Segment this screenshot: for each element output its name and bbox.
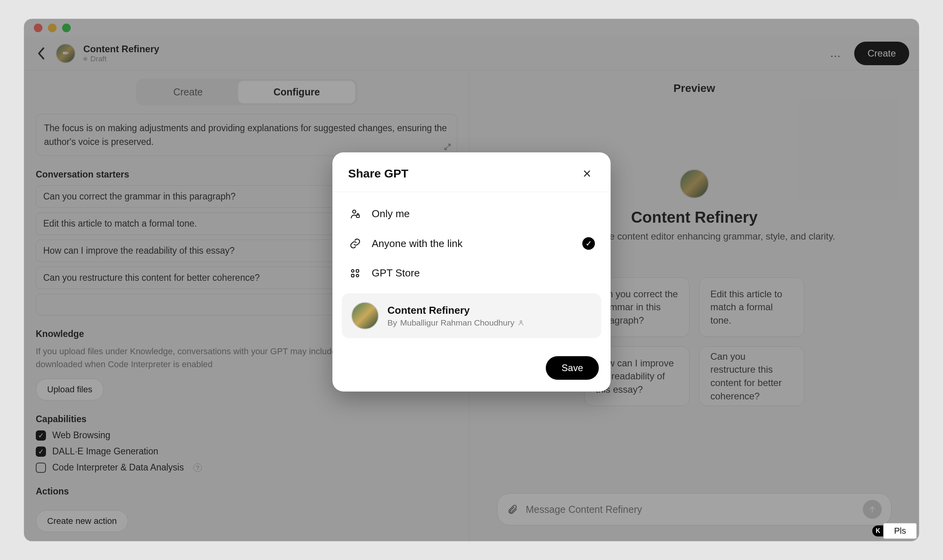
share-gpt-modal: Share GPT Only me Anyone with the link xyxy=(332,152,611,392)
selected-check-icon: ✓ xyxy=(582,237,595,250)
status-text: Pls xyxy=(883,523,917,539)
svg-point-5 xyxy=(356,274,359,277)
svg-rect-3 xyxy=(356,269,359,272)
share-option-gpt-store[interactable]: GPT Store xyxy=(338,258,605,288)
share-gpt-preview-card: Content Refinery By Muballigur Rahman Ch… xyxy=(342,293,601,338)
person-icon xyxy=(517,319,525,326)
share-option-only-me[interactable]: Only me xyxy=(338,199,605,229)
share-option-label: Anyone with the link xyxy=(372,238,573,250)
modal-title: Share GPT xyxy=(348,167,408,180)
share-option-anyone-link[interactable]: Anyone with the link ✓ xyxy=(338,229,605,258)
svg-point-2 xyxy=(352,269,354,272)
grid-icon xyxy=(348,267,362,279)
gpt-mini-avatar xyxy=(351,302,379,329)
link-icon xyxy=(348,238,362,249)
close-icon xyxy=(583,169,591,178)
status-chip[interactable]: K Pls xyxy=(872,523,917,539)
modal-close-button[interactable] xyxy=(579,166,595,181)
app-window: ✒ Content Refinery Draft … Create xyxy=(24,19,919,541)
share-option-label: GPT Store xyxy=(372,267,595,279)
person-lock-icon xyxy=(348,208,362,220)
svg-rect-1 xyxy=(356,215,360,217)
save-button[interactable]: Save xyxy=(546,356,599,380)
share-option-label: Only me xyxy=(372,208,595,220)
svg-rect-4 xyxy=(352,274,354,277)
svg-point-6 xyxy=(520,320,522,322)
status-k-badge: K xyxy=(872,525,883,536)
svg-point-0 xyxy=(353,210,356,213)
share-gpt-name: Content Refinery xyxy=(387,304,525,317)
share-gpt-author: By Muballigur Rahman Choudhury xyxy=(387,318,525,328)
